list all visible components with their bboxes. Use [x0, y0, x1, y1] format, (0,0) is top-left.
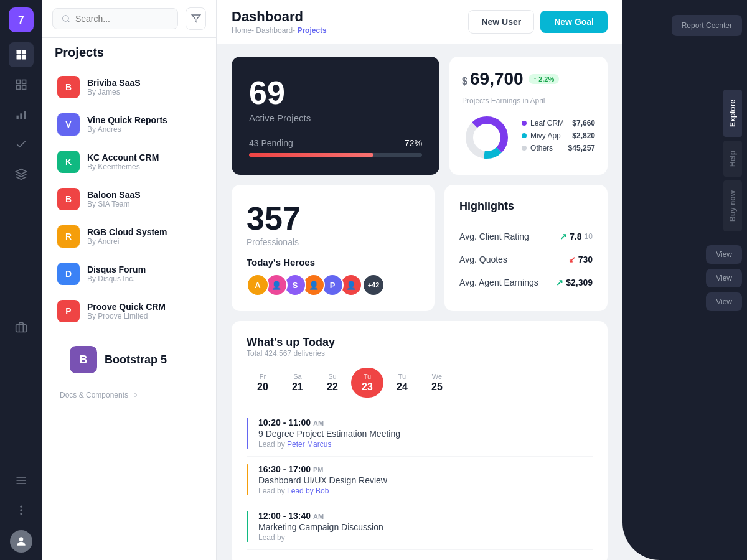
view-button-1[interactable]: View [706, 245, 742, 264]
projects-panel: Projects B Briviba SaaS By James V Vine … [42, 0, 217, 560]
event-time: 10:20 - 11:00 AM [258, 418, 400, 427]
docs-link[interactable]: Docs & Components [52, 391, 206, 404]
event-ampm: PM [313, 466, 324, 474]
header-left: Dashboard Home- Dashboard- Projects [232, 9, 327, 35]
event-name: Dashboard UI/UX Design Review [258, 475, 387, 485]
sidebar-item-check[interactable] [9, 132, 34, 157]
project-name: Vine Quick Reports [87, 115, 201, 125]
calendar-day[interactable]: Tu 23 [351, 368, 383, 398]
legend-value: $2,820 [572, 131, 595, 140]
sidebar-item-list[interactable] [9, 468, 34, 493]
event-lead: Lead by Peter Marcus [258, 440, 400, 449]
calendar-day[interactable]: Sa 21 [281, 368, 314, 398]
view-button-3[interactable]: View [706, 292, 742, 311]
new-user-button[interactable]: New User [468, 10, 534, 34]
professionals-number: 357 [247, 200, 420, 237]
search-box[interactable] [52, 8, 178, 29]
day-name: Tu [398, 373, 406, 380]
svg-rect-6 [22, 86, 26, 90]
right-panel: Report Cecnter ExploreHelpBuy now View V… [622, 0, 747, 560]
event-lead-link[interactable]: Peter Marcus [287, 440, 331, 449]
project-list-item[interactable]: P Proove Quick CRM By Proove Limited [52, 294, 206, 329]
event-name: 9 Degree Project Estimation Meeting [258, 429, 400, 439]
highlights-title: Highlights [459, 200, 593, 213]
earnings-legend: Leaf CRM $7,660 Mivy App $2,820 Others $… [522, 119, 595, 156]
svg-rect-10 [24, 111, 26, 119]
svg-rect-8 [17, 116, 19, 119]
earnings-label: Projects Earnings in April [462, 96, 595, 105]
calendar-day[interactable]: Su 22 [316, 368, 349, 398]
pending-percent: 72% [405, 138, 422, 148]
active-projects-number: 69 [249, 74, 422, 111]
svg-point-19 [19, 537, 24, 541]
report-center-button[interactable]: Report Cecnter [672, 15, 742, 36]
event-time: 16:30 - 17:00 PM [258, 464, 387, 474]
right-panel-content: Report Cecnter ExploreHelpBuy now View V… [622, 0, 747, 314]
project-name: Disqus Forum [87, 264, 201, 274]
progress-fill [249, 153, 374, 157]
project-list-item[interactable]: R RGB Cloud System By Andrei [52, 219, 206, 254]
project-list-item[interactable]: B Briviba SaaS By James [52, 70, 206, 105]
event-bar [247, 511, 248, 542]
svg-point-16 [20, 506, 22, 508]
project-by: By Proove Limited [87, 312, 201, 320]
event-item: 16:30 - 17:00 PM Dashboard UI/UX Design … [247, 457, 593, 503]
sidebar-item-layers[interactable] [9, 162, 34, 187]
topbar [42, 0, 216, 38]
highlight-value: ↗ $2,309 [556, 278, 593, 287]
dashboard-header: Dashboard Home- Dashboard- Projects New … [217, 0, 622, 44]
day-name: Su [328, 373, 336, 380]
calendar-day[interactable]: We 25 [421, 368, 453, 398]
highlight-value: ↗ 7.8 10 [560, 231, 593, 241]
new-goal-button[interactable]: New Goal [540, 11, 608, 33]
user-profile-avatar[interactable] [10, 530, 32, 553]
breadcrumb-active: Projects [297, 26, 326, 35]
right-tab[interactable]: Help [723, 141, 742, 177]
right-tab[interactable]: Buy now [723, 180, 742, 231]
project-icon: R [57, 225, 80, 248]
filter-button[interactable] [186, 7, 206, 30]
earnings-amount: $ 69,700 [462, 69, 524, 89]
breadcrumb-home: Home- [232, 26, 254, 35]
legend-dot [522, 133, 527, 138]
svg-line-21 [68, 21, 70, 22]
search-input[interactable] [75, 14, 169, 24]
svg-rect-3 [22, 55, 26, 60]
calendar-day[interactable]: Fr 20 [247, 368, 279, 398]
breadcrumb: Home- Dashboard- Projects [232, 26, 327, 35]
sidebar-item-grid[interactable] [9, 72, 34, 97]
sidebar-item-bars[interactable] [9, 102, 34, 127]
donut-chart [462, 113, 512, 162]
legend-dot [522, 146, 527, 151]
sidebar-item-dashboard[interactable] [9, 42, 34, 67]
event-lead-link[interactable]: Lead by Bob [287, 487, 329, 495]
view-button-2[interactable]: View [706, 269, 742, 287]
active-projects-label: Active Projects [249, 113, 422, 123]
sidebar-item-briefcase[interactable] [9, 315, 34, 340]
right-tab[interactable]: Explore [723, 90, 742, 137]
earnings-dollar: $ [462, 76, 467, 87]
day-number: 21 [292, 381, 303, 393]
active-projects-card: 69 Active Projects 43 Pending 72% [232, 57, 439, 175]
project-info: KC Account CRM By Keenthemes [87, 152, 201, 171]
project-list-item[interactable]: D Disqus Forum By Disqus Inc. [52, 256, 206, 291]
event-item: 10:20 - 11:00 AM 9 Degree Project Estima… [247, 410, 593, 457]
project-name: Baloon SaaS [87, 190, 201, 200]
project-icon: P [57, 300, 80, 322]
pending-label: 43 Pending [249, 138, 293, 148]
sidebar-item-dots[interactable] [9, 498, 34, 523]
project-list-item[interactable]: K KC Account CRM By Keenthemes [52, 144, 206, 179]
event-details: 12:00 - 13:40 AM Marketing Campaign Disc… [258, 511, 383, 542]
bootstrap-label: Bootstrap 5 [105, 353, 167, 366]
project-list-item[interactable]: B Baloon SaaS By SIA Team [52, 182, 206, 217]
highlight-row: Avg. Client Rating ↗ 7.8 10 [459, 225, 593, 248]
project-list-item[interactable]: V Vine Quick Reports By Andres [52, 107, 206, 142]
second-row: 357 Professionals Today's Heroes A👤S👤P👤+… [232, 185, 608, 311]
day-number: 24 [397, 381, 408, 393]
calendar-day[interactable]: Tu 24 [386, 368, 418, 398]
highlight-value: ↙ 730 [568, 254, 593, 264]
avatar-circle: A [247, 274, 269, 296]
svg-point-18 [20, 513, 22, 515]
highlights-card: Highlights Avg. Client Rating ↗ 7.8 10 A… [444, 185, 608, 311]
avatars-row: A👤S👤P👤+42 [247, 274, 420, 296]
